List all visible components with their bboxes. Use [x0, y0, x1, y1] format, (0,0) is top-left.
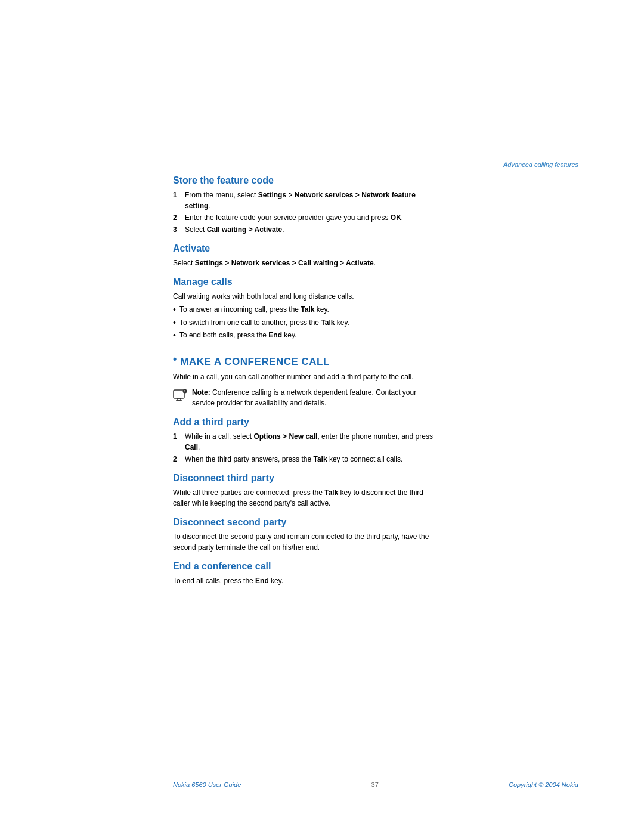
conference-bullet-dot: • — [173, 353, 177, 366]
footer-left: Nokia 6560 User Guide — [173, 781, 241, 788]
section-conference-call: • MAKE A CONFERENCE CALL While in a call… — [173, 348, 435, 408]
manage-calls-bullet-2: To switch from one call to another, pres… — [173, 317, 435, 329]
section-activate: Activate Select Settings > Network servi… — [173, 243, 435, 268]
section-disconnect-second-party: Disconnect second party To disconnect th… — [173, 517, 435, 553]
manage-calls-intro: Call waiting works with both local and l… — [173, 291, 435, 302]
activate-title: Activate — [173, 243, 435, 254]
store-feature-code-steps: 1 From the menu, select Settings > Netwo… — [173, 190, 435, 235]
section-disconnect-third-party: Disconnect third party While all three p… — [173, 473, 435, 509]
section-label: Advanced calling features — [503, 161, 578, 168]
svg-rect-0 — [174, 390, 184, 398]
section-store-feature-code: Store the feature code 1 From the menu, … — [173, 175, 435, 235]
add-third-party-steps: 1 While in a call, select Options > New … — [173, 431, 435, 465]
step-3: 3 Select Call waiting > Activate. — [173, 224, 435, 235]
footer-right: Copyright © 2004 Nokia — [509, 781, 578, 788]
content-area: Store the feature code 1 From the menu, … — [173, 167, 435, 589]
conference-call-title: MAKE A CONFERENCE CALL — [180, 356, 330, 368]
footer-page-number: 37 — [371, 781, 379, 788]
note-text: Note: Conference calling is a network de… — [192, 387, 435, 408]
manage-calls-bullets: To answer an incoming call, press the Ta… — [173, 304, 435, 342]
step-2: 2 Enter the feature code your service pr… — [173, 212, 435, 223]
page: Advanced calling features Store the feat… — [0, 0, 644, 833]
add-third-party-title: Add a third party — [173, 417, 435, 428]
end-conference-call-title: End a conference call — [173, 561, 435, 572]
step-1: 1 From the menu, select Settings > Netwo… — [173, 190, 435, 211]
disconnect-third-party-body: While all three parties are connected, p… — [173, 487, 435, 509]
add-third-party-step-2: 2 When the third party answers, press th… — [173, 454, 435, 465]
store-feature-code-title: Store the feature code — [173, 175, 435, 186]
conference-call-heading: • MAKE A CONFERENCE CALL — [173, 348, 435, 371]
note-icon: ! — [173, 388, 187, 401]
section-add-third-party: Add a third party 1 While in a call, sel… — [173, 417, 435, 465]
section-manage-calls: Manage calls Call waiting works with bot… — [173, 277, 435, 342]
conference-call-intro: While in a call, you can call another nu… — [173, 371, 435, 382]
note-box: ! Note: Conference calling is a network … — [173, 387, 435, 408]
disconnect-third-party-title: Disconnect third party — [173, 473, 435, 484]
footer: Nokia 6560 User Guide 37 Copyright © 200… — [0, 781, 644, 788]
add-third-party-step-1: 1 While in a call, select Options > New … — [173, 431, 435, 453]
manage-calls-bullet-3: To end both calls, press the End key. — [173, 330, 435, 342]
activate-body: Select Settings > Network services > Cal… — [173, 258, 435, 268]
manage-calls-title: Manage calls — [173, 277, 435, 287]
disconnect-second-party-body: To disconnect the second party and remai… — [173, 531, 435, 553]
section-end-conference-call: End a conference call To end all calls, … — [173, 561, 435, 586]
disconnect-second-party-title: Disconnect second party — [173, 517, 435, 528]
manage-calls-bullet-1: To answer an incoming call, press the Ta… — [173, 304, 435, 316]
end-conference-call-body: To end all calls, press the End key. — [173, 575, 435, 586]
